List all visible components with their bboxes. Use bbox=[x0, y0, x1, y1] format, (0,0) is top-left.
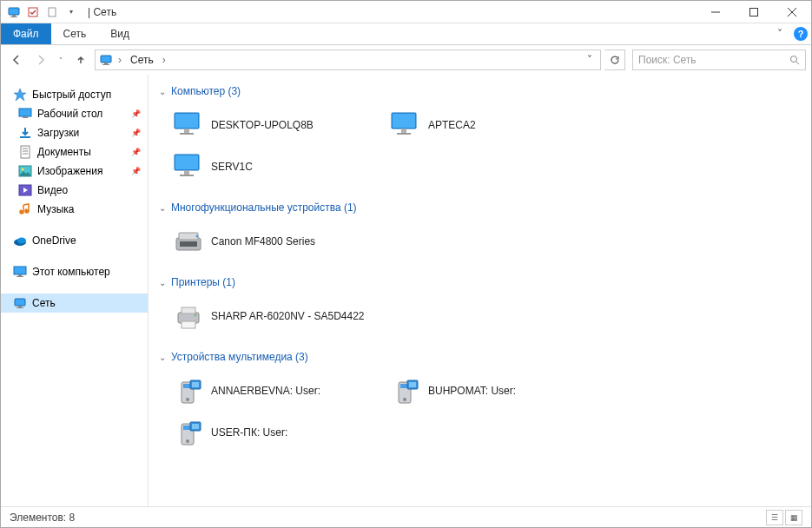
computer-icon bbox=[173, 151, 204, 182]
search-placeholder: Поиск: Сеть bbox=[638, 54, 696, 66]
sidebar-desktop[interactable]: Рабочий стол bbox=[1, 104, 148, 123]
address-bar[interactable]: › Сеть › ˅ bbox=[95, 50, 601, 70]
view-details-button[interactable]: ☰ bbox=[766, 510, 783, 525]
refresh-button[interactable] bbox=[604, 50, 625, 70]
titlebar: ▾ | Сеть bbox=[1, 1, 811, 23]
sidebar-music[interactable]: Музыка bbox=[1, 200, 148, 219]
sidebar-quick-access[interactable]: Быстрый доступ bbox=[1, 85, 148, 104]
status-count: 8 bbox=[69, 512, 76, 524]
item-label: USER-ПК: User: bbox=[211, 426, 287, 439]
mfd-icon bbox=[173, 226, 204, 257]
tab-view[interactable]: Вид bbox=[98, 23, 142, 44]
svg-rect-42 bbox=[750, 8, 758, 16]
sidebar-videos[interactable]: Видео bbox=[1, 181, 148, 200]
back-button[interactable] bbox=[6, 50, 27, 70]
item-label: APTECA2 bbox=[428, 119, 476, 131]
chevron-down-icon: ⌄ bbox=[159, 353, 166, 362]
forward-button[interactable] bbox=[30, 50, 51, 70]
network-item[interactable]: SERV1C bbox=[166, 146, 383, 188]
network-item[interactable]: DESKTOP-UPOLQ8B bbox=[166, 104, 383, 146]
sidebar-documents[interactable]: Документы bbox=[1, 142, 148, 162]
network-item[interactable]: USER-ПК: User: bbox=[166, 412, 383, 453]
sidebar-onedrive[interactable]: OneDrive bbox=[1, 231, 148, 250]
sidebar-item-label: OneDrive bbox=[32, 234, 76, 247]
sidebar: Быстрый доступ Рабочий стол Загрузки Док… bbox=[1, 75, 149, 506]
search-input[interactable]: Поиск: Сеть bbox=[632, 50, 806, 70]
item-label: SHARP AR-6020NV - SA5D4422 bbox=[211, 310, 365, 322]
sidebar-downloads[interactable]: Загрузки bbox=[1, 123, 148, 142]
media-icon bbox=[173, 417, 204, 448]
ribbon: Файл Сеть Вид ˅ ? bbox=[1, 23, 811, 45]
ribbon-expand-icon[interactable]: ˅ bbox=[769, 23, 790, 44]
group-header[interactable]: ⌄Принтеры (1) bbox=[149, 271, 811, 294]
minimize-button[interactable] bbox=[696, 1, 735, 23]
sidebar-item-label: Рабочий стол bbox=[37, 108, 102, 120]
printer-icon bbox=[173, 300, 204, 332]
chevron-down-icon: ⌄ bbox=[159, 203, 166, 213]
status-bar: Элементов: 8 ☰ ▦ bbox=[1, 506, 811, 527]
item-label: Canon MF4800 Series bbox=[211, 235, 315, 248]
media-icon bbox=[173, 375, 204, 406]
sidebar-this-pc[interactable]: Этот компьютер bbox=[1, 262, 148, 281]
chevron-down-icon: ⌄ bbox=[159, 278, 166, 287]
network-item[interactable]: BUHPOMAT: User: bbox=[383, 370, 600, 412]
group-header[interactable]: ⌄Компьютер (3) bbox=[149, 80, 811, 102]
content-area: ⌄Компьютер (3)DESKTOP-UPOLQ8BAPTECA2SERV… bbox=[149, 75, 811, 506]
breadcrumb-sep-icon[interactable]: › bbox=[161, 54, 168, 66]
quick-access-toolbar: ▾ bbox=[1, 4, 84, 20]
tab-network[interactable]: Сеть bbox=[51, 23, 99, 44]
network-item[interactable]: ANNAERBEVNA: User: bbox=[166, 370, 383, 412]
maximize-button[interactable] bbox=[735, 1, 773, 23]
documents-icon bbox=[18, 145, 32, 159]
group-title: Устройства мультимедиа (3) bbox=[171, 351, 308, 363]
onedrive-icon bbox=[13, 234, 27, 248]
sidebar-item-label: Загрузки bbox=[37, 127, 79, 139]
pictures-icon bbox=[18, 164, 32, 178]
media-icon bbox=[390, 375, 421, 406]
downloads-icon bbox=[18, 126, 32, 140]
search-icon bbox=[789, 55, 800, 65]
qat-dropdown-icon[interactable]: ▾ bbox=[63, 4, 79, 20]
sidebar-item-label: Изображения bbox=[37, 165, 102, 177]
sidebar-item-label: Быстрый доступ bbox=[32, 89, 111, 101]
network-item[interactable]: APTECA2 bbox=[383, 104, 600, 146]
help-button[interactable]: ? bbox=[790, 23, 811, 44]
breadcrumb-sep-icon[interactable]: › bbox=[116, 54, 123, 66]
navbar: ˅ › Сеть › ˅ Поиск: Сеть bbox=[1, 45, 811, 75]
qat-new-icon[interactable] bbox=[44, 4, 60, 20]
window-title: | Сеть bbox=[84, 6, 116, 18]
close-button[interactable] bbox=[773, 1, 811, 23]
view-icons-button[interactable]: ▦ bbox=[785, 510, 802, 525]
chevron-down-icon: ⌄ bbox=[159, 87, 166, 96]
qat-properties-icon[interactable] bbox=[25, 4, 41, 20]
network-icon bbox=[99, 53, 113, 67]
svg-point-45 bbox=[791, 56, 797, 63]
view-switcher: ☰ ▦ bbox=[766, 510, 802, 525]
group-header[interactable]: ⌄Устройства мультимедиа (3) bbox=[149, 346, 811, 368]
desktop-icon bbox=[18, 107, 32, 121]
star-icon bbox=[13, 88, 27, 102]
computer-icon bbox=[390, 109, 421, 141]
network-icon bbox=[13, 296, 27, 310]
item-label: DESKTOP-UPOLQ8B bbox=[211, 119, 314, 131]
window-controls bbox=[696, 1, 811, 23]
sidebar-item-label: Сеть bbox=[32, 297, 56, 309]
sidebar-network[interactable]: Сеть bbox=[1, 294, 148, 313]
tab-file[interactable]: Файл bbox=[1, 23, 51, 44]
group-header[interactable]: ⌄Многофункциональные устройства (1) bbox=[149, 196, 811, 219]
svg-line-46 bbox=[796, 62, 799, 64]
breadcrumb-root[interactable]: Сеть bbox=[127, 54, 157, 66]
sidebar-pictures[interactable]: Изображения bbox=[1, 162, 148, 181]
recent-dropdown-icon[interactable]: ˅ bbox=[55, 50, 67, 70]
item-label: SERV1C bbox=[211, 161, 253, 173]
pc-icon bbox=[13, 265, 27, 279]
status-label: Элементов: bbox=[10, 512, 66, 524]
network-item[interactable]: SHARP AR-6020NV - SA5D4422 bbox=[166, 295, 383, 337]
up-button[interactable] bbox=[70, 50, 91, 70]
network-item[interactable]: Canon MF4800 Series bbox=[166, 221, 383, 262]
computer-icon bbox=[173, 109, 204, 141]
sidebar-item-label: Этот компьютер bbox=[32, 266, 110, 278]
group-title: Принтеры (1) bbox=[171, 276, 235, 288]
app-icon bbox=[6, 4, 22, 20]
address-dropdown-icon[interactable]: ˅ bbox=[583, 54, 597, 66]
